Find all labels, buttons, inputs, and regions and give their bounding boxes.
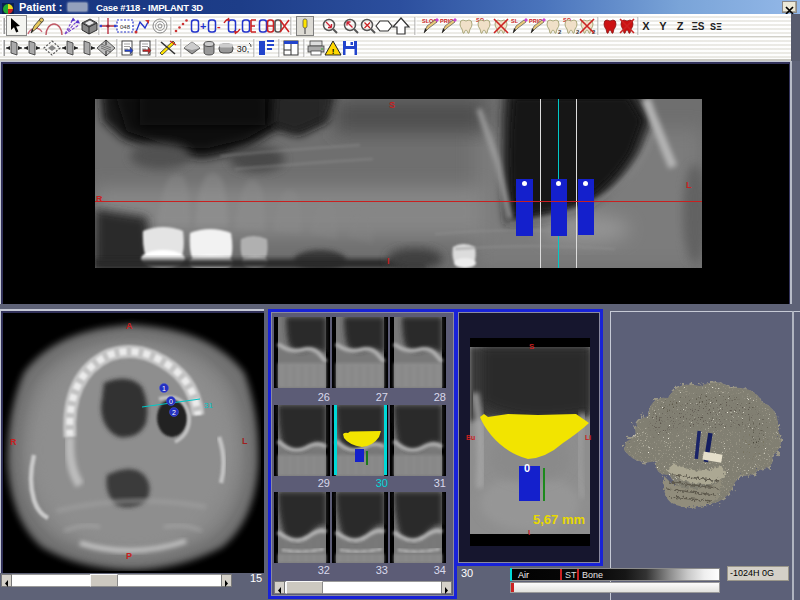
svg-text:2: 2 (172, 409, 176, 416)
svg-text:048: 048 (120, 24, 131, 30)
svg-text:31: 31 (204, 401, 213, 410)
svg-text:!: ! (332, 47, 335, 56)
svg-text:2: 2 (558, 29, 562, 35)
svg-text:X: X (642, 20, 650, 32)
svg-text:+: + (200, 20, 206, 32)
svg-text:SL: SL (511, 18, 519, 24)
svg-text:Z: Z (677, 20, 684, 32)
svg-text:-: - (217, 20, 221, 32)
svg-text:1: 1 (162, 385, 166, 392)
svg-text:SΞ: SΞ (710, 22, 722, 33)
svg-text:ΞS: ΞS (691, 21, 704, 32)
svg-text:Y: Y (659, 20, 667, 32)
svg-text:0: 0 (169, 398, 173, 405)
svg-text:2: 2 (576, 29, 580, 35)
svg-text:30,: 30, (237, 44, 250, 54)
